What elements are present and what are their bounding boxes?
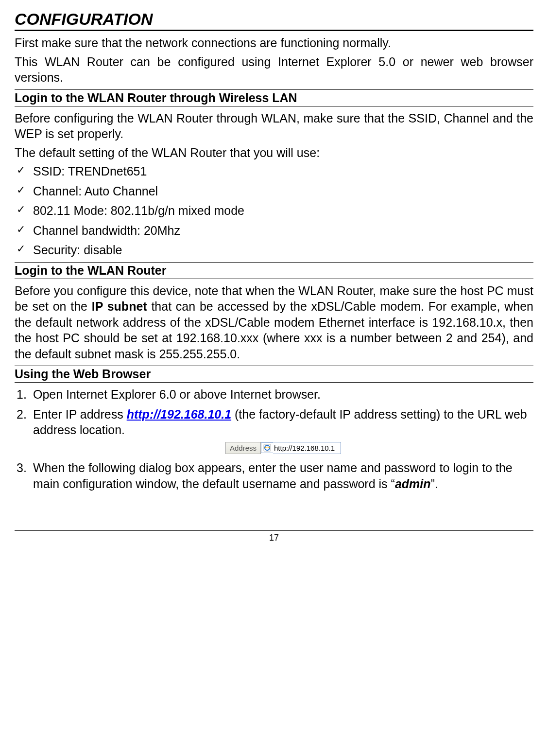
intro-paragraph-2: This WLAN Router can be configured using… (15, 54, 533, 86)
address-bar: Address http://192.168.10.1 (225, 442, 341, 455)
step-3: When the following dialog box appears, e… (15, 460, 533, 492)
address-label: Address (225, 442, 261, 455)
step-3-pre: When the following dialog box appears, e… (33, 461, 513, 491)
section-heading-login-wlan: Login to the WLAN Router through Wireles… (15, 91, 533, 106)
page-title: CONFIGURATION (15, 10, 533, 31)
list-item: 802.11 Mode: 802.11b/g/n mixed mode (15, 203, 533, 219)
section-login-wlan: Login to the WLAN Router through Wireles… (15, 89, 533, 258)
list-item: SSID: TRENDnet651 (15, 163, 533, 179)
address-url-text: http://192.168.10.1 (273, 442, 341, 455)
page-number: 17 (269, 533, 279, 543)
page-footer: 17 (15, 530, 533, 543)
list-item: Channel: Auto Channel (15, 183, 533, 199)
default-ip-link[interactable]: http://192.168.10.1 (127, 407, 231, 421)
step-2-pre: Enter IP address (33, 407, 127, 421)
address-bar-image: Address http://192.168.10.1 (33, 442, 533, 455)
ie-page-icon (261, 442, 273, 453)
admin-credential: admin (395, 477, 431, 491)
ip-subnet-bold: IP subnet (92, 299, 147, 313)
step-2: Enter IP address http://192.168.10.1 (th… (15, 406, 533, 455)
section-login-router: Login to the WLAN Router Before you conf… (15, 262, 533, 362)
section-heading-login-router: Login to the WLAN Router (15, 264, 533, 279)
intro-paragraph-1: First make sure that the network connect… (15, 35, 533, 51)
wlan-prereq-paragraph: Before configuring the WLAN Router throu… (15, 110, 533, 142)
section-web-browser: Using the Web Browser Open Internet Expl… (15, 366, 533, 492)
wlan-defaults-intro: The default setting of the WLAN Router t… (15, 145, 533, 161)
list-item: Channel bandwidth: 20Mhz (15, 223, 533, 239)
default-settings-list: SSID: TRENDnet651 Channel: Auto Channel … (15, 163, 533, 258)
ip-subnet-paragraph: Before you configure this device, note t… (15, 283, 533, 362)
section-heading-web-browser: Using the Web Browser (15, 367, 533, 383)
step-1: Open Internet Explorer 6.0 or above Inte… (15, 387, 533, 403)
step-3-post: ”. (431, 477, 438, 491)
browser-steps-list: Open Internet Explorer 6.0 or above Inte… (15, 387, 533, 492)
list-item: Security: disable (15, 242, 533, 258)
